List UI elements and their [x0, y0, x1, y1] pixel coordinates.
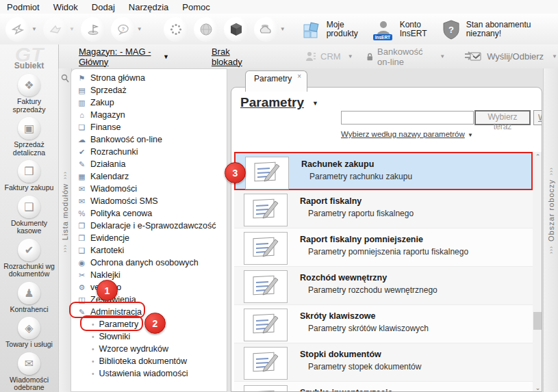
- parameter-row[interactable]: Szybka inwentaryzacjaParametry szybkiej …: [234, 382, 533, 392]
- tree-subitem-wzorce-wydruk-w[interactable]: •Wzorce wydruków: [71, 343, 227, 355]
- partial-clipped-button[interactable]: Wy: [533, 110, 542, 125]
- help-balloon-icon[interactable]: ?: [111, 17, 136, 42]
- sidebar-item[interactable]: ❑Dokumenty kasowe: [1, 196, 58, 235]
- tree-item-ochrona-danych-osobowych[interactable]: ◉Ochrona danych osobowych: [71, 257, 227, 269]
- parameter-subtitle: Parametry pomniejszenia raportu fiskalne…: [308, 247, 468, 257]
- wyslij-label: Wyślij/Odbierz: [487, 51, 544, 62]
- tree-item-strona-g-wna[interactable]: ⚑Strona główna: [71, 72, 227, 84]
- sidebar-item[interactable]: ❒Faktury zakupu: [1, 160, 58, 192]
- document-pencil-icon: [244, 309, 288, 341]
- wyslij-odbierz-button[interactable]: Wyślij/Odbierz ▼: [464, 50, 558, 64]
- sidebar-item[interactable]: ✔Rozrachunki wg dokumentów: [1, 239, 58, 278]
- bullet-icon: •: [92, 333, 94, 341]
- flag-icon[interactable]: [81, 17, 105, 42]
- tree-item-vendero[interactable]: ⚙vendero: [71, 281, 227, 293]
- magazyn-selector[interactable]: Magazyn: - MAG - Główny: [79, 47, 161, 67]
- menu-item-narzędzia[interactable]: Narzędzia: [122, 1, 176, 14]
- tree-subitem-biblioteka-dokument-w[interactable]: •Biblioteka dokumentów: [71, 355, 227, 367]
- module-list-strip[interactable]: ››› Lista modułów ›››: [58, 68, 72, 392]
- chevron-down-icon[interactable]: ▼: [468, 132, 473, 138]
- messages-icon: ✉: [77, 185, 87, 194]
- close-icon[interactable]: ×: [297, 73, 301, 80]
- moje-produkty-button[interactable]: Moje produkty: [301, 19, 365, 40]
- products-grid-icon: [301, 19, 322, 40]
- cube-icon[interactable]: [224, 17, 249, 42]
- chevron-down-icon[interactable]: ▼: [312, 100, 318, 107]
- chevron-down-icon[interactable]: ▼: [69, 26, 75, 32]
- parameter-row[interactable]: Rachunek zakupuParametry rachunku zakupu: [234, 152, 533, 190]
- page-title[interactable]: Parametry: [240, 95, 304, 110]
- tree-item-magazyn[interactable]: ⌂Magazyn: [71, 109, 227, 121]
- vertical-scrollbar[interactable]: ⌃ ⌄: [533, 152, 542, 392]
- send-receive-icon: [464, 50, 483, 64]
- cloud-services-icon[interactable]: [254, 17, 279, 42]
- tree-item-deklaracje-i-e-sprawozdawczo-[interactable]: ❐Deklaracje i e-Sprawozdawczość: [71, 220, 227, 232]
- parameter-row[interactable]: Raport fiskalny pomniejszenieParametry p…: [234, 228, 533, 267]
- tab-parametry[interactable]: Parametry ×: [245, 70, 307, 92]
- sms-icon: ✉: [77, 197, 87, 206]
- sidebar-item[interactable]: ◈Towary i usługi: [1, 317, 58, 349]
- tree-item-bankowo-on-line[interactable]: ☁Bankowość on-line: [71, 133, 227, 146]
- tree-item-label: Finanse: [90, 122, 121, 132]
- scrollbar-thumb[interactable]: [533, 312, 542, 330]
- chevron-down-icon[interactable]: ▼: [31, 26, 37, 32]
- sidebar-item[interactable]: ♟Kontrahenci: [1, 282, 58, 314]
- tree-item-label: Polityka cenowa: [90, 209, 152, 218]
- tree-item-finanse[interactable]: ❏Finanse: [71, 121, 227, 133]
- scroll-down-icon[interactable]: ⌄: [533, 383, 542, 392]
- tree-item-zakup[interactable]: ▥Zakup: [71, 96, 227, 109]
- parameter-row[interactable]: Skróty klawiszoweParametry skrótów klawi…: [234, 305, 533, 343]
- inbox-icon: ✉: [18, 352, 40, 375]
- parameter-row[interactable]: Stopki dokumentówParametry stopek dokume…: [234, 343, 533, 382]
- tree-item-dzia-ania[interactable]: ✎Działania: [71, 158, 227, 170]
- parameter-subtitle: Parametry rozchodu wewnętrznego: [308, 285, 437, 295]
- tree-subitem-label: Wzorce wydruków: [99, 344, 168, 354]
- filter-by-name-link[interactable]: Wybierz według nazwy parametrów: [341, 130, 465, 138]
- parameter-row[interactable]: Rozchód wewnętrznyParametry rozchodu wew…: [234, 267, 533, 305]
- dots-circle-icon[interactable]: [164, 17, 188, 42]
- svg-text:?: ?: [121, 26, 125, 32]
- menu-item-dodaj[interactable]: Dodaj: [85, 1, 122, 14]
- menu-item-widok[interactable]: Widok: [47, 1, 85, 14]
- tree-item-sprzeda-[interactable]: ▤Sprzedaż: [71, 84, 227, 96]
- tree-item-polityka-cenowa[interactable]: %Polityka cenowa: [71, 207, 227, 220]
- bankowosc-button[interactable]: Bankowość on-line ▼: [366, 47, 446, 67]
- sidebar-item[interactable]: ❖Faktury sprzedaży: [1, 74, 58, 114]
- tree-item-wiadomo-ci[interactable]: ✉Wiadomości: [71, 183, 227, 195]
- workspace-strip[interactable]: ››› Obszar roboczy ›››: [543, 68, 558, 392]
- menu-item-podmiot[interactable]: Podmiot: [0, 1, 47, 14]
- tree-item-kalendarz[interactable]: ▦Kalendarz: [71, 170, 227, 183]
- chevron-down-icon[interactable]: ▼: [348, 53, 353, 60]
- envelope-forward-icon[interactable]: [43, 17, 68, 42]
- menu-item-pomoc[interactable]: Pomoc: [175, 1, 216, 14]
- sidebar-item[interactable]: ✉Wiadomości odebrane: [1, 352, 58, 392]
- wybierz-teraz-button[interactable]: Wybierz teraz: [474, 110, 531, 125]
- search-input[interactable]: [341, 111, 474, 125]
- scroll-up-icon[interactable]: ⌃: [533, 152, 542, 161]
- chevron-icon: ›››: [546, 167, 556, 175]
- tree-item-wiadomo-ci-sms[interactable]: ✉Wiadomości SMS: [71, 195, 227, 207]
- chevron-down-icon[interactable]: ▼: [440, 53, 445, 60]
- tree-subitem-ustawienia-wiadomo-ci[interactable]: •Ustawienia wiadomości: [71, 367, 227, 380]
- cursor-select-icon[interactable]: [5, 17, 30, 42]
- brak-blokady-link[interactable]: Brak blokady: [212, 47, 252, 67]
- chevron-icon: ›››: [60, 244, 70, 252]
- sidebar-item-label: Sprzedaż detaliczna: [1, 141, 58, 157]
- chevron-down-icon[interactable]: ▼: [137, 26, 142, 32]
- tree-item-rozrachunki[interactable]: ✔Rozrachunki: [71, 146, 227, 158]
- menu-bar: PodmiotWidokDodajNarzędziaPomoc: [0, 0, 558, 14]
- annotation-badge-3: 3: [225, 162, 246, 183]
- chevron-down-icon[interactable]: ▼: [280, 26, 286, 32]
- globe-icon[interactable]: [194, 17, 218, 42]
- stan-abonamentu-button[interactable]: ? Stan abonamentu nieznany!: [441, 18, 542, 40]
- tree-item-kartoteki[interactable]: ❑Kartoteki: [71, 244, 227, 257]
- crm-button[interactable]: CRM ▼: [305, 51, 354, 63]
- sidebar-item[interactable]: ▣Sprzedaż detaliczna: [1, 117, 58, 157]
- konto-insert-button[interactable]: InsERT Konto InsERT: [372, 18, 431, 40]
- parameter-row[interactable]: Raport fiskalnyParametry raportu fiskaln…: [234, 190, 533, 228]
- chevron-down-icon[interactable]: ▼: [552, 53, 557, 60]
- chevron-down-icon[interactable]: ▼: [163, 53, 169, 60]
- activities-icon: ✎: [77, 160, 87, 169]
- tree-item-naklejki[interactable]: ✂Naklejki: [71, 269, 227, 281]
- tree-item-ewidencje[interactable]: ❒Ewidencje: [71, 232, 227, 244]
